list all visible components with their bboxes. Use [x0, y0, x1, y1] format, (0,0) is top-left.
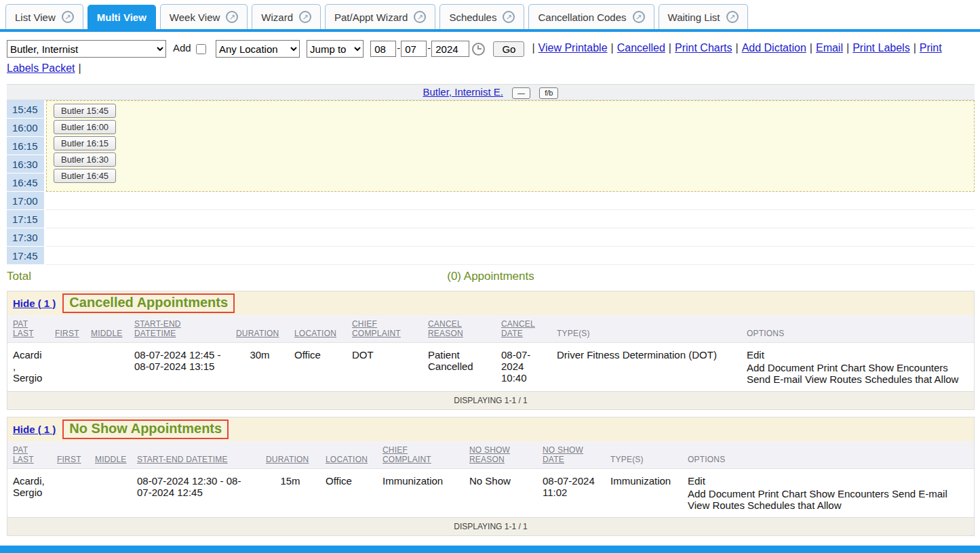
tab-week-view[interactable]: Week View	[160, 4, 248, 29]
tab-label: List View	[15, 12, 56, 23]
tab-wizard[interactable]: Wizard	[252, 4, 321, 29]
provider-select[interactable]: Butler, Internist	[7, 40, 166, 58]
send-email-link[interactable]: Send E-mail	[892, 488, 947, 499]
add-checkbox[interactable]	[196, 44, 206, 54]
slot-button[interactable]: Butler 16:30	[54, 152, 116, 167]
open-new-window-icon[interactable]	[226, 11, 238, 23]
col-duration[interactable]: DURATION	[231, 315, 289, 343]
datetime-cell: 08-07-2024 12:30 - 08-07-2024 12:45	[132, 469, 260, 518]
email-link[interactable]: Email	[816, 42, 843, 54]
time-cell: 16:15	[7, 137, 44, 155]
print-labels-link[interactable]: Print Labels	[852, 42, 910, 54]
col-pat-last[interactable]: PAT LAST	[7, 441, 52, 469]
col-label: START-END DATETIME	[134, 319, 195, 338]
location-cell: Office	[320, 469, 377, 518]
col-cancel-date[interactable]: CANCEL DATE	[496, 315, 551, 343]
tab-multi-view[interactable]: Multi View	[87, 5, 156, 29]
show-encounters-link[interactable]: Show Encounters	[809, 488, 889, 499]
print-chart-link[interactable]: Print Chart	[817, 362, 865, 373]
col-chief-complaint[interactable]: CHIEF COMPLAINT	[377, 441, 464, 469]
add-dictation-link[interactable]: Add Dictation	[742, 42, 806, 54]
col-pat-last[interactable]: PAT LAST	[7, 315, 50, 343]
fb-button[interactable]: f/b	[539, 87, 558, 99]
col-location[interactable]: LOCATION	[289, 315, 347, 343]
open-new-window-icon[interactable]	[62, 11, 74, 23]
cancelled-link[interactable]: Cancelled	[617, 42, 665, 54]
col-no-show-reason[interactable]: NO SHOW REASON	[464, 441, 537, 469]
empty-schedule-row	[46, 192, 975, 210]
tab-schedules[interactable]: Schedules	[439, 4, 524, 29]
open-new-window-icon[interactable]	[299, 11, 311, 23]
edit-link[interactable]: Edit	[688, 475, 968, 487]
edit-link[interactable]: Edit	[747, 349, 968, 361]
view-routes-link[interactable]: View Routes	[805, 373, 862, 385]
col-chief-complaint[interactable]: CHIEF COMPLAINT	[347, 315, 423, 343]
chief-complaint-cell: Immunization	[377, 469, 464, 518]
col-first[interactable]: FIRST	[50, 315, 85, 343]
col-cancel-reason[interactable]: CANCEL REASON	[423, 315, 496, 343]
add-document-link[interactable]: Add Document	[688, 488, 755, 499]
tab-waiting-list[interactable]: Waiting List	[659, 4, 748, 29]
total-row: Total (0) Appointments	[7, 265, 975, 289]
cancelled-appointment-row: Acardi, Sergio 08-07-2024 12:45 - 08-07-…	[7, 343, 974, 392]
first-cell	[52, 469, 90, 518]
cancelled-section-title: Cancelled Appointments	[62, 293, 235, 313]
toolbar: Butler, Internist Add Any Location Jump …	[0, 32, 980, 80]
print-chart-link[interactable]: Print Chart	[758, 488, 806, 499]
schedules-that-allow-link[interactable]: Schedules that Allow	[865, 373, 958, 385]
no-show-appointment-row: Acardi, Sergio 08-07-2024 12:30 - 08-07-…	[7, 469, 974, 518]
col-duration[interactable]: DURATION	[260, 441, 320, 469]
col-no-show-date[interactable]: NO SHOW DATE	[537, 441, 605, 469]
col-location[interactable]: LOCATION	[320, 441, 377, 469]
cancelled-header-row: PAT LAST FIRST MIDDLE START-END DATETIME…	[7, 315, 974, 343]
pat-last-cell: Acardi, Sergio	[7, 343, 50, 392]
view-printable-link[interactable]: View Printable	[538, 42, 608, 54]
send-email-link[interactable]: Send E-mail	[747, 373, 802, 385]
slot-button[interactable]: Butler 16:45	[54, 169, 116, 183]
go-button[interactable]: Go	[493, 41, 524, 57]
col-middle[interactable]: MIDDLE	[90, 441, 132, 469]
tab-label: Pat/Appt Wizard	[334, 12, 408, 23]
print-charts-link[interactable]: Print Charts	[675, 42, 732, 54]
jump-to-select[interactable]: Jump to	[307, 40, 364, 58]
minimize-button[interactable]: —	[512, 87, 530, 99]
tab-cancellation-codes[interactable]: Cancellation Codes	[528, 4, 654, 29]
tab-pat-appt-wizard[interactable]: Pat/Appt Wizard	[325, 4, 435, 29]
no-show-appointments-table: PAT LAST FIRST MIDDLE START-END DATETIME…	[7, 441, 974, 517]
tab-bar: List View Multi View Week View Wizard Pa…	[0, 0, 980, 32]
location-select[interactable]: Any Location	[216, 40, 300, 58]
open-new-window-icon[interactable]	[414, 11, 426, 23]
schedule-grid: Butler, Internist E. — f/b 15:45 16:00 1…	[7, 84, 975, 289]
clock-icon[interactable]	[472, 43, 485, 56]
open-new-window-icon[interactable]	[503, 11, 515, 23]
date-separator	[427, 42, 431, 54]
time-column: 15:45 16:00 16:15 16:30 16:45 17:00 17:1…	[7, 100, 44, 265]
view-routes-link[interactable]: View Routes	[688, 499, 745, 511]
col-middle[interactable]: MIDDLE	[85, 315, 129, 343]
schedules-that-allow-link[interactable]: Schedules that Allow	[747, 499, 841, 511]
tab-label: Multi View	[97, 12, 146, 23]
slot-button[interactable]: Butler 16:00	[54, 120, 116, 134]
col-first[interactable]: FIRST	[52, 441, 90, 469]
date-year-input[interactable]	[431, 41, 469, 57]
date-day-input[interactable]	[401, 41, 427, 57]
hide-no-show-link[interactable]: Hide ( 1 )	[13, 424, 56, 435]
cancelled-section-header: Hide ( 1 ) Cancelled Appointments	[7, 291, 974, 315]
add-document-link[interactable]: Add Document	[747, 362, 814, 373]
open-new-window-icon[interactable]	[633, 11, 645, 23]
hide-cancelled-link[interactable]: Hide ( 1 )	[13, 298, 56, 309]
show-encounters-link[interactable]: Show Encounters	[868, 362, 948, 373]
tab-label: Waiting List	[668, 12, 720, 23]
middle-cell	[85, 343, 129, 392]
slot-button[interactable]: Butler 15:45	[54, 104, 116, 118]
slot-button[interactable]: Butler 16:15	[54, 136, 116, 150]
open-new-window-icon[interactable]	[726, 11, 739, 23]
col-start-end-datetime[interactable]: START-END DATETIME	[129, 315, 231, 343]
date-month-input[interactable]	[370, 41, 396, 57]
provider-link[interactable]: Butler, Internist E.	[423, 86, 503, 98]
time-cell: 17:00	[7, 192, 44, 210]
no-show-header-row: PAT LAST FIRST MIDDLE START-END DATETIME…	[7, 441, 974, 469]
col-start-end-datetime[interactable]: START-END DATETIME	[132, 441, 260, 469]
tab-list-view[interactable]: List View	[5, 4, 83, 29]
location-cell: Office	[289, 343, 347, 392]
